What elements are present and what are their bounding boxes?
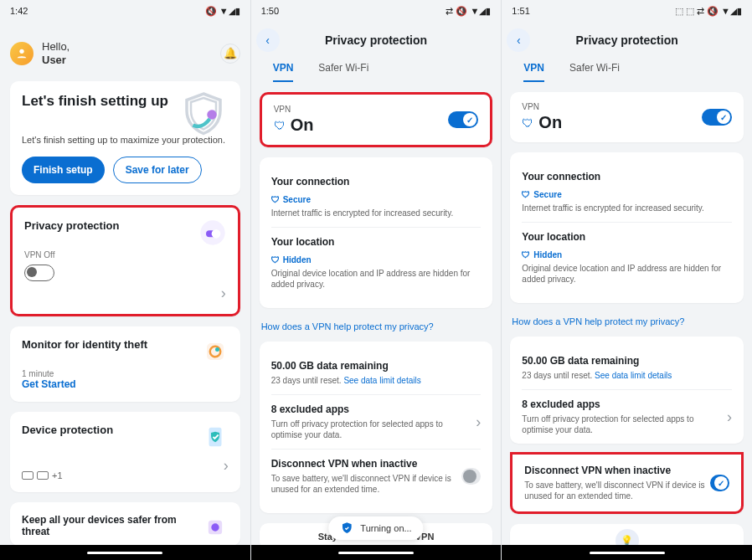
header: ‹ Privacy protection <box>502 22 752 59</box>
excluded-apps-row[interactable]: 8 excluded apps Turn off privacy protect… <box>522 390 732 444</box>
status-icons: 🔇 ▼◢▮ <box>205 6 240 17</box>
data-limit-link[interactable]: See data limit details <box>595 371 672 380</box>
notifications-button[interactable]: 🔔 <box>220 44 240 64</box>
tab-vpn[interactable]: VPN <box>273 62 294 82</box>
privacy-title: Privacy protection <box>24 219 119 232</box>
location-title: Your location <box>522 231 732 243</box>
device-count: +1 <box>22 470 63 480</box>
shield-icon: 🛡 <box>271 255 280 265</box>
svg-point-4 <box>211 229 220 239</box>
shield-icon: 🛡 <box>271 195 280 204</box>
svg-point-7 <box>215 347 219 352</box>
screen-privacy-on: 1:51 ⬚ ⬚ ⇄ 🔇 ▼◢▮ ‹ Privacy protection VP… <box>502 0 752 560</box>
svg-point-0 <box>19 49 23 53</box>
vpn-help-link[interactable]: How does a VPN help protect my privacy? <box>251 318 502 331</box>
greeting-row: Hello, User 🔔 <box>10 40 240 66</box>
turning-on-label: Turning on... <box>360 523 411 533</box>
shield-check-icon: 🛡 <box>522 116 533 130</box>
setup-card: Let's finish setting up Let's finish set… <box>10 81 240 195</box>
greeting-text: Hello, User <box>42 40 70 66</box>
finish-setup-button[interactable]: Finish setup <box>22 157 105 183</box>
inactive-desc: To save battery, we'll disconnect VPN if… <box>271 473 461 495</box>
android-navbar[interactable] <box>251 545 502 560</box>
identity-card[interactable]: Monitor for identity theft 1 minute Get … <box>10 326 240 402</box>
inactive-toggle-on[interactable] <box>710 475 729 491</box>
back-button[interactable]: ‹ <box>507 28 530 52</box>
save-later-button[interactable]: Save for later <box>113 157 202 183</box>
connection-desc: Internet traffic is encrypted for increa… <box>271 208 482 218</box>
vpn-toggle[interactable] <box>448 111 478 128</box>
safer-title: Keep all your devices safer from threat <box>22 514 203 537</box>
vpn-help-link[interactable]: How does a VPN help protect my privacy? <box>502 313 752 326</box>
vpn-status-card: VPN 🛡 On <box>260 92 493 147</box>
svg-point-10 <box>211 524 219 532</box>
excluded-apps-row[interactable]: 8 excluded apps Turn off privacy protect… <box>271 395 482 450</box>
back-button[interactable]: ‹ <box>256 28 280 52</box>
get-started-link[interactable]: Get Started <box>22 378 147 390</box>
device-title: Device protection <box>22 424 113 436</box>
avatar[interactable] <box>10 42 33 65</box>
data-title: 50.00 GB data remaining <box>271 360 421 372</box>
data-remaining-row[interactable]: 50.00 GB data remaining 23 days until re… <box>522 347 732 390</box>
privacy-icon <box>199 219 226 246</box>
status-bar: 1:50 ⇄ 🔇 ▼◢▮ <box>251 0 502 22</box>
device-more: +1 <box>52 470 63 480</box>
inactive-toggle-off[interactable] <box>461 468 482 485</box>
tabs: VPN Safer Wi-Fi <box>251 62 502 82</box>
connection-info-card: Your connection 🛡Secure Internet traffic… <box>260 157 493 308</box>
hidden-badge: 🛡Hidden <box>522 250 562 259</box>
vpn-toggle-off[interactable] <box>24 265 54 281</box>
chevron-right-icon: › <box>476 414 481 431</box>
vpn-status: On <box>291 116 314 135</box>
data-remaining-row[interactable]: 50.00 GB data remaining 23 days until re… <box>271 352 482 395</box>
tab-safer-wifi[interactable]: Safer Wi-Fi <box>569 62 620 82</box>
disconnect-inactive-row: Disconnect VPN when inactive To save bat… <box>271 450 482 503</box>
android-navbar[interactable] <box>0 545 250 560</box>
excluded-desc: Turn off privacy protection for selected… <box>271 419 476 440</box>
disconnect-inactive-card: Disconnect VPN when inactive To save bat… <box>510 452 744 514</box>
header: ‹ Privacy protection <box>251 22 502 59</box>
hello-label: Hello, <box>42 40 70 54</box>
chevron-right-icon: › <box>221 285 226 302</box>
shield-icon <box>178 90 229 140</box>
privacy-protection-card[interactable]: Privacy protection VPN Off › <box>10 205 240 316</box>
location-desc: Original device location and IP address … <box>271 268 482 290</box>
person-icon <box>15 47 28 60</box>
data-limit-link[interactable]: See data limit details <box>343 376 420 385</box>
shield-icon: 🛡 <box>522 250 530 259</box>
status-icons: ⬚ ⬚ ⇄ 🔇 ▼◢▮ <box>675 6 742 17</box>
inactive-title: Disconnect VPN when inactive <box>271 458 461 470</box>
data-sub: 23 days until reset. <box>271 376 344 385</box>
clock: 1:50 <box>261 6 279 16</box>
hidden-label: Hidden <box>283 255 312 265</box>
location-title: Your location <box>271 236 482 248</box>
excluded-title: 8 excluded apps <box>271 403 476 415</box>
identity-recent: 1 minute <box>22 369 147 378</box>
device-protection-card[interactable]: Device protection +1 › <box>10 412 240 492</box>
vpn-label: VPN <box>522 102 562 111</box>
secure-badge: 🛡Secure <box>522 190 561 199</box>
header-title: Privacy protection <box>576 33 678 47</box>
tab-safer-wifi[interactable]: Safer Wi-Fi <box>318 62 368 82</box>
device-icon <box>202 424 229 450</box>
header-title: Privacy protection <box>325 33 427 47</box>
chevron-right-icon: › <box>224 457 229 475</box>
chevron-left-icon: ‹ <box>517 33 521 47</box>
clock: 1:42 <box>10 6 28 16</box>
connection-info-card: Your connection 🛡Secure Internet traffic… <box>510 152 744 303</box>
android-navbar[interactable] <box>502 545 752 560</box>
safer-icon <box>203 514 229 541</box>
status-bar: 1:42 🔇 ▼◢▮ <box>0 0 250 22</box>
vpn-status-card: VPN 🛡 On <box>510 92 744 142</box>
turning-on-chip: Turning on... <box>328 516 423 540</box>
vpn-off-label: VPN Off <box>24 250 119 259</box>
vpn-toggle[interactable] <box>702 109 732 126</box>
screen-home: 1:42 🔇 ▼◢▮ Hello, User 🔔 Let's finish se… <box>0 0 251 560</box>
settings-card: 50.00 GB data remaining 23 days until re… <box>260 342 493 513</box>
vpn-status: On <box>538 113 562 132</box>
inactive-desc: To save battery, we'll disconnect VPN if… <box>524 480 710 501</box>
vpn-label: VPN <box>274 105 314 114</box>
safer-devices-card[interactable]: Keep all your devices safer from threat <box>10 502 240 546</box>
tab-vpn[interactable]: VPN <box>523 62 544 82</box>
secure-badge: 🛡Secure <box>271 195 311 204</box>
